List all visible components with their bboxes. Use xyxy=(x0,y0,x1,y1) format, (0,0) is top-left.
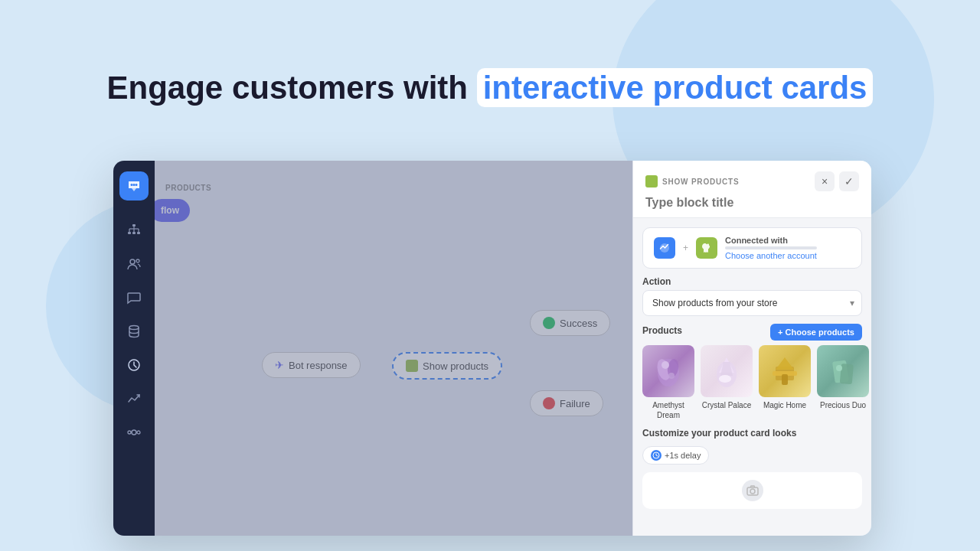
panel-confirm-button[interactable]: ✓ xyxy=(839,171,859,191)
panel-label-text: SHOW PRODUCTS xyxy=(662,178,739,186)
svg-point-26 xyxy=(668,373,675,379)
svg-point-25 xyxy=(662,361,669,369)
shopify-icon-panel xyxy=(645,175,658,187)
svg-point-16 xyxy=(132,430,136,435)
product-name-crystal: Crystal Palace xyxy=(702,400,751,410)
panel-body: + Connected with Choose another account … xyxy=(633,218,871,536)
connected-account-bar: + Connected with Choose another account xyxy=(642,227,862,269)
svg-marker-34 xyxy=(776,357,794,370)
product-card-magic[interactable]: Magic Home xyxy=(759,345,811,420)
svg-point-12 xyxy=(130,259,135,264)
ui-container: PRODUCTS flow ✈ Bot response Show produc… xyxy=(113,161,871,536)
product-img-amethyst xyxy=(642,345,694,397)
panel-actions: × ✓ xyxy=(815,171,859,191)
products-grid: Amethyst Dream Crystal Palace xyxy=(642,345,862,420)
headline-highlight: interactive product cards xyxy=(477,68,874,107)
svg-point-40 xyxy=(750,489,755,494)
sidebar-item-contacts[interactable] xyxy=(119,249,149,279)
preview-card xyxy=(642,472,862,509)
svg-rect-33 xyxy=(782,374,788,385)
products-header: Products + Choose products xyxy=(642,324,862,341)
sidebar-item-trends[interactable] xyxy=(119,384,149,413)
panel-header: SHOW PRODUCTS × ✓ xyxy=(633,161,871,218)
product-img-precious xyxy=(817,345,869,397)
svg-rect-4 xyxy=(128,232,131,234)
panel-block-label: SHOW PRODUCTS xyxy=(645,175,739,187)
main-headline: Engage customers with interactive produc… xyxy=(0,69,980,107)
customize-label: Customize your product card looks xyxy=(642,428,862,439)
products-section: Products + Choose products xyxy=(642,324,862,420)
headline-prefix: Engage customers with xyxy=(107,70,477,106)
canvas-overlay xyxy=(155,161,632,536)
action-select[interactable]: Show products from your store xyxy=(642,290,862,316)
messenger-icon xyxy=(654,237,675,259)
sidebar-item-database[interactable] xyxy=(119,317,149,346)
panel-title-input[interactable] xyxy=(645,196,859,210)
sidebar-logo[interactable] xyxy=(119,171,149,201)
choose-another-account-link[interactable]: Choose another account xyxy=(725,251,817,260)
account-name-bar xyxy=(725,246,817,249)
sidebar xyxy=(113,161,155,536)
product-card-amethyst[interactable]: Amethyst Dream xyxy=(642,345,694,420)
customize-section: Customize your product card looks +1s de… xyxy=(642,428,862,465)
products-label: Products xyxy=(642,325,682,336)
product-img-crystal xyxy=(701,345,753,397)
panel-close-button[interactable]: × xyxy=(815,171,835,191)
action-section: Action Show products from your store ▾ xyxy=(642,276,862,316)
delay-text: +1s delay xyxy=(665,451,701,460)
preview-camera-icon xyxy=(742,480,763,501)
svg-point-2 xyxy=(136,184,138,186)
product-card-crystal[interactable]: Crystal Palace xyxy=(701,345,753,420)
shopify-icon-connected xyxy=(696,237,717,259)
product-name-amethyst: Amethyst Dream xyxy=(642,400,694,420)
product-name-precious: Precious Duo xyxy=(820,400,866,410)
svg-point-37 xyxy=(836,365,842,371)
svg-point-18 xyxy=(137,431,140,434)
product-img-magic xyxy=(759,345,811,397)
svg-point-17 xyxy=(128,431,131,434)
canvas-area: PRODUCTS flow ✈ Bot response Show produc… xyxy=(155,161,632,536)
sidebar-item-chat[interactable] xyxy=(119,283,149,312)
svg-rect-6 xyxy=(137,232,140,234)
svg-point-14 xyxy=(129,326,139,330)
side-panel: SHOW PRODUCTS × ✓ + xyxy=(632,161,871,536)
sidebar-item-org[interactable] xyxy=(119,216,149,245)
connected-text: Connected with Choose another account xyxy=(725,236,817,260)
action-label: Action xyxy=(642,276,862,287)
clock-icon xyxy=(651,450,662,461)
connected-with-label: Connected with xyxy=(725,236,817,245)
svg-point-0 xyxy=(131,184,133,186)
svg-point-30 xyxy=(719,375,731,383)
sidebar-item-integrations[interactable] xyxy=(119,418,149,447)
delay-badge: +1s delay xyxy=(642,446,709,465)
sidebar-item-analytics[interactable] xyxy=(119,350,149,380)
product-name-magic: Magic Home xyxy=(763,400,806,410)
action-select-wrapper: Show products from your store ▾ xyxy=(642,290,862,316)
svg-rect-5 xyxy=(132,232,136,234)
svg-rect-3 xyxy=(132,224,136,227)
svg-point-13 xyxy=(136,259,139,262)
choose-products-button[interactable]: + Choose products xyxy=(770,324,862,341)
plus-connector-icon: + xyxy=(683,243,688,253)
svg-point-1 xyxy=(133,184,136,186)
product-card-precious[interactable]: Precious Duo xyxy=(817,345,869,420)
